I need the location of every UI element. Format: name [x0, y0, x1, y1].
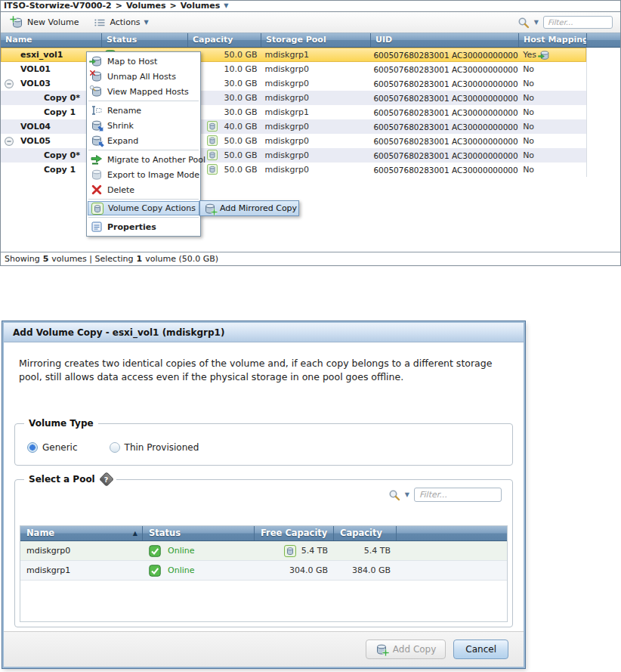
- help-icon[interactable]: ?: [99, 472, 114, 487]
- menu-item-rename[interactable]: Rename: [87, 103, 200, 118]
- column-header-status[interactable]: Status: [102, 33, 188, 47]
- view-mapped-hosts-icon: [91, 85, 103, 98]
- pool-column-header-capacity[interactable]: Capacity: [334, 526, 397, 540]
- pool-column-header-free-capacity[interactable]: Free Capacity: [255, 526, 334, 540]
- actions-caret-down-icon: ▼: [144, 20, 149, 26]
- cancel-button[interactable]: Cancel: [453, 639, 508, 659]
- radio-generic[interactable]: Generic: [27, 442, 78, 453]
- volume-type-legend: Volume Type: [29, 418, 94, 429]
- column-header-uid[interactable]: UID: [371, 33, 519, 47]
- breadcrumb-separator: >: [116, 1, 122, 11]
- actions-list-icon: [94, 17, 106, 29]
- radio-selected-icon: [27, 442, 38, 453]
- search-options-caret-icon[interactable]: ▼: [405, 491, 409, 498]
- breadcrumb-separator: >: [169, 1, 176, 11]
- pool-table-header: Name ▲ Status Free Capacity Capacity: [20, 526, 507, 541]
- volume-capacity-icon: [207, 121, 218, 132]
- menu-item-unmap-all-hosts[interactable]: Unmap All Hosts: [87, 69, 200, 84]
- status-bar: Showing 5 volumes | Selecting 1 volume (…: [1, 252, 620, 266]
- menu-item-export-to-image-mode[interactable]: Export to Image Mode: [87, 167, 200, 182]
- collapse-icon[interactable]: [4, 136, 14, 147]
- menu-item-properties[interactable]: Properties: [87, 219, 200, 234]
- add-copy-icon: [375, 643, 388, 655]
- breadcrumb-volumes-current[interactable]: Volumes: [181, 1, 221, 11]
- breadcrumb-caret-down-icon[interactable]: ▼: [224, 3, 228, 9]
- migrate-icon: [91, 153, 103, 166]
- breadcrumb: ITSO-Storwize-V7000-2 > Volumes > Volume…: [1, 1, 620, 12]
- rename-icon: [91, 104, 103, 116]
- menu-item-delete[interactable]: Delete: [87, 182, 200, 197]
- shrink-icon: [91, 119, 103, 132]
- menu-item-expand[interactable]: Expand: [87, 133, 200, 148]
- menu-separator: [88, 101, 199, 101]
- free-capacity-icon: [284, 545, 296, 557]
- volume-capacity-icon: [207, 135, 218, 146]
- pool-row-mdiskgrp0[interactable]: mdiskgrp0 Online 5.4 TB 5.4 TB: [20, 541, 507, 561]
- search-icon[interactable]: [518, 17, 530, 29]
- new-volume-label: New Volume: [27, 17, 79, 27]
- volume-type-fieldset: Volume Type Generic Thin Provisioned: [14, 423, 513, 466]
- dialog-title: Add Volume Copy - esxi_vol1 (mdiskgrp1): [4, 323, 524, 342]
- menu-separator: [88, 217, 199, 218]
- volume-capacity-icon: [207, 164, 218, 175]
- menu-separator: [88, 199, 199, 200]
- export-icon: [91, 169, 103, 181]
- volume-capacity-icon: [207, 150, 218, 160]
- actions-button[interactable]: Actions ▼: [88, 14, 154, 31]
- pool-table: Name ▲ Status Free Capacity Capacity mdi…: [20, 525, 508, 622]
- pool-filter-input[interactable]: [414, 488, 502, 502]
- new-volume-button[interactable]: New Volume: [5, 14, 85, 31]
- delete-icon: [91, 184, 103, 196]
- breadcrumb-system[interactable]: ITSO-Storwize-V7000-2: [4, 1, 112, 11]
- radio-unselected-icon: [110, 442, 120, 453]
- unmap-all-hosts-icon: [91, 70, 103, 82]
- column-header-filler: [587, 33, 620, 47]
- pool-row-mdiskgrp1[interactable]: mdiskgrp1 Online 304.0 GB 384.0 GB: [20, 561, 507, 581]
- expand-icon: [91, 135, 103, 147]
- add-mirrored-copy-icon: [204, 203, 216, 215]
- menu-item-map-to-host[interactable]: Map to Host: [87, 54, 200, 69]
- volume-context-menu: Map to Host Unmap All Hosts View Mapped …: [86, 51, 201, 237]
- menu-item-add-mirrored-copy[interactable]: Add Mirrored Copy: [199, 200, 299, 216]
- menu-item-view-mapped-hosts[interactable]: View Mapped Hosts: [87, 84, 200, 99]
- dialog-description: Mirroring creates two identical copies o…: [19, 357, 508, 384]
- add-volume-copy-dialog: Add Volume Copy - esxi_vol1 (mdiskgrp1) …: [2, 321, 525, 668]
- pool-column-header-filler: [397, 526, 507, 540]
- radio-thin-provisioned[interactable]: Thin Provisioned: [110, 442, 199, 453]
- breadcrumb-volumes[interactable]: Volumes: [126, 1, 166, 11]
- menu-separator: [88, 150, 199, 150]
- select-pool-legend: Select a Pool: [29, 474, 95, 485]
- menu-item-shrink[interactable]: Shrink: [87, 118, 200, 133]
- map-to-host-icon: [91, 55, 103, 67]
- volumes-toolbar: New Volume Actions ▼ ▼: [1, 12, 620, 33]
- menu-item-volume-copy-actions[interactable]: Volume Copy Actions ▶: [88, 201, 199, 215]
- sort-ascending-icon: ▲: [133, 526, 137, 540]
- dialog-footer: Add Copy Cancel: [4, 631, 524, 667]
- volumes-table-header: Name Status Capacity Storage Pool UID Ho…: [1, 33, 620, 48]
- pool-column-header-name[interactable]: Name ▲: [20, 526, 143, 540]
- add-copy-button[interactable]: Add Copy: [366, 639, 446, 659]
- select-pool-fieldset: Select a Pool ? ▼ Name ▲ Status Free Cap…: [14, 479, 513, 627]
- search-options-caret-icon[interactable]: ▼: [534, 19, 539, 26]
- online-status-icon: [149, 545, 161, 557]
- column-header-name[interactable]: Name: [1, 33, 102, 47]
- search-icon[interactable]: [388, 489, 400, 501]
- online-status-icon: [149, 565, 161, 577]
- column-header-host-mappings[interactable]: Host Mappings: [519, 33, 587, 47]
- host-mapping-icon: [539, 50, 550, 60]
- new-volume-icon: [11, 17, 23, 29]
- column-header-capacity[interactable]: Capacity: [188, 33, 261, 47]
- pool-column-header-status[interactable]: Status: [143, 526, 255, 540]
- column-header-storage-pool[interactable]: Storage Pool: [261, 33, 371, 47]
- collapse-icon[interactable]: [4, 79, 14, 89]
- filter-input[interactable]: [543, 16, 613, 29]
- volume-copy-actions-icon: [91, 203, 104, 215]
- menu-item-migrate-to-another-pool[interactable]: Migrate to Another Pool: [87, 152, 200, 167]
- actions-label: Actions: [110, 17, 140, 27]
- properties-icon: [91, 221, 103, 233]
